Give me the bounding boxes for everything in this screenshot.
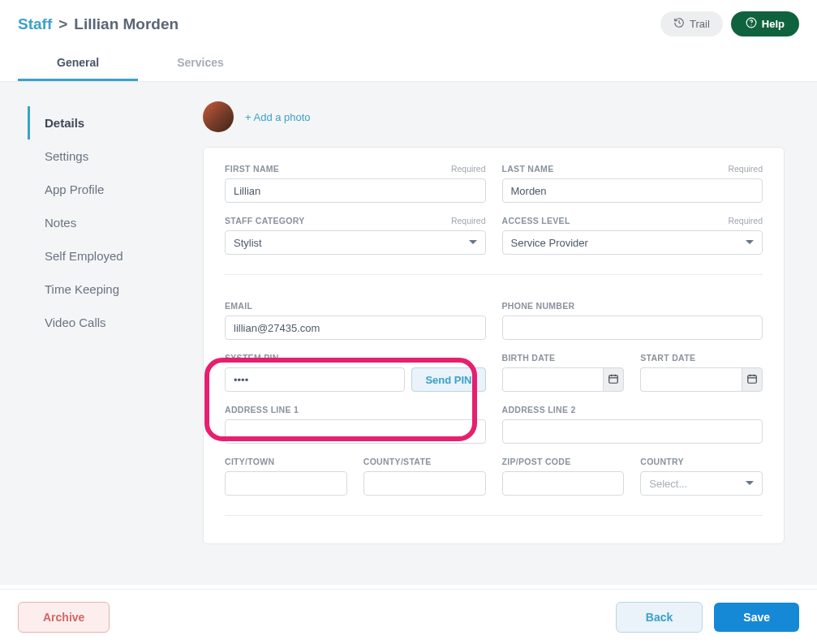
breadcrumb-leaf: Lillian Morden <box>74 15 178 33</box>
history-icon <box>673 17 685 31</box>
breadcrumb: Staff > Lillian Morden <box>18 15 178 33</box>
start-date-label: START DATE <box>640 353 695 363</box>
country-label: COUNTRY <box>640 457 684 466</box>
email-input[interactable] <box>225 316 486 340</box>
zip-input[interactable] <box>502 471 625 496</box>
zip-label: ZIP/POST CODE <box>502 457 571 466</box>
access-level-label: ACCESS LEVEL <box>502 216 570 225</box>
help-icon <box>746 17 757 31</box>
email-label: EMAIL <box>225 301 252 311</box>
birth-date-picker-button[interactable] <box>603 367 624 392</box>
start-date-picker-button[interactable] <box>742 367 763 392</box>
staff-category-label: STAFF CATEGORY <box>225 216 305 225</box>
required-label: Required <box>728 216 763 225</box>
phone-label: PHONE NUMBER <box>502 301 575 311</box>
last-name-input[interactable] <box>502 178 763 203</box>
access-level-select[interactable]: Service Provider <box>502 230 763 255</box>
county-input[interactable] <box>363 471 486 496</box>
breadcrumb-root[interactable]: Staff <box>18 15 52 33</box>
sidebar-item-notes[interactable]: Notes <box>28 206 187 239</box>
breadcrumb-separator: > <box>58 15 67 33</box>
county-label: COUNTY/STATE <box>363 457 432 466</box>
birth-date-input[interactable] <box>502 367 604 392</box>
required-label: Required <box>728 164 763 174</box>
footer: Archive Back Save <box>0 589 817 644</box>
phone-input[interactable] <box>502 316 763 340</box>
required-label: Required <box>451 216 486 225</box>
sidebar-item-video-calls[interactable]: Video Calls <box>28 306 187 339</box>
back-button[interactable]: Back <box>616 602 703 633</box>
first-name-label: FIRST NAME <box>225 164 279 174</box>
svg-rect-6 <box>748 375 757 382</box>
tabs: General Services <box>0 41 817 82</box>
svg-rect-2 <box>609 375 618 382</box>
trail-button[interactable]: Trail <box>660 11 723 36</box>
avatar[interactable] <box>203 101 234 132</box>
system-pin-input[interactable] <box>225 367 405 392</box>
start-date-input[interactable] <box>640 367 742 392</box>
help-label: Help <box>762 18 785 30</box>
city-label: CITY/TOWN <box>225 457 274 466</box>
trail-label: Trail <box>690 18 710 30</box>
sidebar-item-app-profile[interactable]: App Profile <box>28 173 187 206</box>
staff-category-select[interactable]: Stylist <box>225 230 486 255</box>
send-pin-button[interactable]: Send PIN <box>411 367 485 392</box>
tab-general[interactable]: General <box>18 46 138 81</box>
tab-services[interactable]: Services <box>138 46 263 81</box>
calendar-icon <box>746 373 758 387</box>
sidebar-item-details[interactable]: Details <box>28 106 187 140</box>
address2-input[interactable] <box>502 419 763 444</box>
svg-point-1 <box>750 24 751 25</box>
address2-label: ADDRESS LINE 2 <box>502 405 576 414</box>
sidebar-item-time-keeping[interactable]: Time Keeping <box>28 273 187 306</box>
help-button[interactable]: Help <box>731 11 799 36</box>
last-name-label: LAST NAME <box>502 164 554 174</box>
address1-input[interactable] <box>225 419 486 444</box>
sidebar-item-self-employed[interactable]: Self Employed <box>28 239 187 273</box>
save-button[interactable]: Save <box>714 603 799 632</box>
address1-label: ADDRESS LINE 1 <box>225 405 299 414</box>
details-card: FIRST NAME Required LAST NAME Required <box>203 147 785 544</box>
required-label: Required <box>451 164 486 174</box>
sidebar: Details Settings App Profile Notes Self … <box>0 82 187 585</box>
country-select[interactable]: Select... <box>640 471 763 496</box>
sidebar-item-settings[interactable]: Settings <box>28 140 187 173</box>
birth-date-label: BIRTH DATE <box>502 353 556 363</box>
first-name-input[interactable] <box>225 178 486 203</box>
city-input[interactable] <box>225 471 347 496</box>
add-photo-link[interactable]: + Add a photo <box>245 111 311 123</box>
system-pin-label: SYSTEM PIN <box>225 353 279 363</box>
calendar-icon <box>608 373 619 387</box>
archive-button[interactable]: Archive <box>18 602 110 633</box>
